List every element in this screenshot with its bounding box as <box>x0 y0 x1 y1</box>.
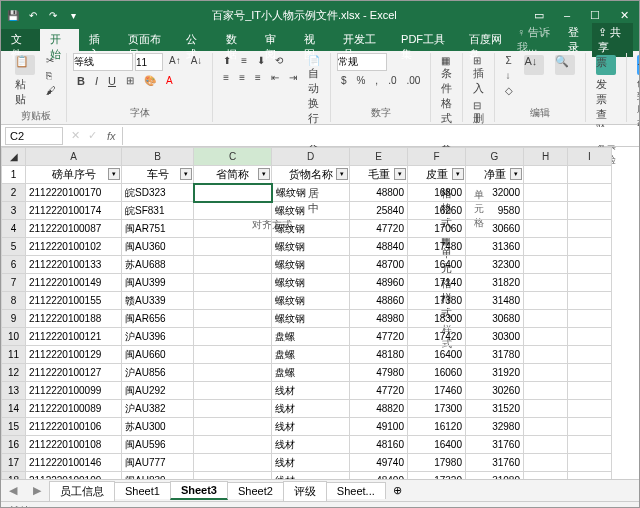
row-header[interactable]: 9 <box>2 310 26 328</box>
row-header[interactable]: 12 <box>2 364 26 382</box>
cell[interactable]: 闽AU360 <box>122 238 194 256</box>
find-select-button[interactable]: 🔍 <box>551 53 579 77</box>
cell[interactable] <box>524 274 568 292</box>
orientation-icon[interactable]: ⟲ <box>271 53 287 68</box>
cell[interactable] <box>568 310 612 328</box>
col-F[interactable]: F <box>408 148 466 166</box>
worksheet-grid[interactable]: ◢ABCDEFGHI 1磅单序号▾车号▾省简称▾货物名称▾毛重▾皮重▾净重▾ 2… <box>1 147 639 479</box>
cell[interactable]: 31360 <box>466 238 524 256</box>
cell[interactable]: 2112220100174 <box>26 202 122 220</box>
cell[interactable]: 16060 <box>408 364 466 382</box>
cell[interactable] <box>194 184 272 202</box>
cell[interactable] <box>568 292 612 310</box>
cell[interactable] <box>524 346 568 364</box>
cell[interactable] <box>194 418 272 436</box>
cell[interactable]: 30660 <box>466 220 524 238</box>
tellme[interactable]: ♀ 告诉我... <box>517 25 562 55</box>
cell[interactable]: 盘螺 <box>272 328 350 346</box>
cell[interactable]: 货物名称▾ <box>272 166 350 184</box>
cell[interactable] <box>568 400 612 418</box>
tab-formulas[interactable]: 公式 <box>176 29 215 51</box>
cell[interactable]: 2112220100155 <box>26 292 122 310</box>
sheet-tab[interactable]: 员工信息 <box>49 481 115 501</box>
paste-button[interactable]: 📋粘贴 <box>11 53 39 109</box>
cell[interactable]: 18300 <box>408 310 466 328</box>
cell[interactable]: 48400 <box>350 472 408 480</box>
italic-button[interactable]: I <box>91 73 102 89</box>
cell[interactable] <box>524 166 568 184</box>
cell[interactable] <box>194 472 272 480</box>
cell[interactable]: 2112220100099 <box>26 382 122 400</box>
cell[interactable]: 16400 <box>408 436 466 454</box>
cell[interactable]: 苏AU300 <box>122 418 194 436</box>
cell[interactable] <box>524 328 568 346</box>
cell[interactable] <box>568 184 612 202</box>
redo-icon[interactable]: ↷ <box>45 7 61 23</box>
cell[interactable] <box>568 328 612 346</box>
cell[interactable] <box>568 346 612 364</box>
cell[interactable]: 17980 <box>408 454 466 472</box>
row-header[interactable]: 18 <box>2 472 26 480</box>
cell[interactable] <box>194 256 272 274</box>
cell[interactable] <box>524 256 568 274</box>
cell[interactable]: 16260 <box>408 202 466 220</box>
currency-icon[interactable]: $ <box>337 73 351 88</box>
number-format-select[interactable] <box>337 53 387 71</box>
row-header[interactable]: 10 <box>2 328 26 346</box>
cell[interactable] <box>524 364 568 382</box>
filter-icon[interactable]: ▾ <box>394 168 406 180</box>
ribbon-options-icon[interactable]: ▭ <box>528 7 550 24</box>
cell[interactable]: 31520 <box>466 400 524 418</box>
row-header[interactable]: 8 <box>2 292 26 310</box>
cell[interactable]: 2112220100129 <box>26 346 122 364</box>
maximize-icon[interactable]: ☐ <box>584 7 606 24</box>
cell[interactable]: 闽AU839 <box>122 472 194 480</box>
cell[interactable]: 螺纹钢 <box>272 184 350 202</box>
cell[interactable]: 沪AU382 <box>122 400 194 418</box>
cell[interactable]: 31760 <box>466 454 524 472</box>
cell[interactable]: 螺纹钢 <box>272 238 350 256</box>
cell[interactable]: 螺纹钢 <box>272 256 350 274</box>
cell[interactable] <box>524 382 568 400</box>
cell[interactable] <box>524 400 568 418</box>
filter-icon[interactable]: ▾ <box>180 168 192 180</box>
tab-home[interactable]: 开始 <box>40 29 79 51</box>
cell[interactable]: 2112220100108 <box>26 436 122 454</box>
col-H[interactable]: H <box>524 148 568 166</box>
cell[interactable]: 48160 <box>350 436 408 454</box>
cell[interactable]: 磅单序号▾ <box>26 166 122 184</box>
percent-icon[interactable]: % <box>352 73 369 88</box>
cell[interactable]: 闽AU399 <box>122 274 194 292</box>
row-header[interactable]: 14 <box>2 400 26 418</box>
cell[interactable]: 48840 <box>350 238 408 256</box>
cell[interactable]: 30300 <box>466 328 524 346</box>
cell[interactable]: 31780 <box>466 346 524 364</box>
cell[interactable]: 2112220100089 <box>26 400 122 418</box>
cell[interactable] <box>568 238 612 256</box>
cancel-formula-icon[interactable]: ✕ <box>67 129 84 142</box>
comma-icon[interactable]: , <box>371 73 382 88</box>
tab-data[interactable]: 数据 <box>216 29 255 51</box>
indent-inc-icon[interactable]: ⇥ <box>285 70 301 85</box>
save-icon[interactable]: 💾 <box>5 7 21 23</box>
cell[interactable]: 赣AU339 <box>122 292 194 310</box>
cell[interactable]: 皖SF831 <box>122 202 194 220</box>
cell[interactable] <box>568 436 612 454</box>
qat-dropdown-icon[interactable]: ▾ <box>65 7 81 23</box>
underline-button[interactable]: U <box>104 73 120 89</box>
cell[interactable]: 48700 <box>350 256 408 274</box>
cell[interactable] <box>194 454 272 472</box>
row-header[interactable]: 16 <box>2 436 26 454</box>
fill-color-icon[interactable]: 🎨 <box>140 73 160 89</box>
cell[interactable]: 31920 <box>466 364 524 382</box>
cell[interactable]: 17140 <box>408 274 466 292</box>
cell[interactable]: 25840 <box>350 202 408 220</box>
font-color-icon[interactable]: A <box>162 73 177 89</box>
cell[interactable] <box>194 238 272 256</box>
cell[interactable]: 48980 <box>350 310 408 328</box>
align-mid-icon[interactable]: ≡ <box>237 53 251 68</box>
cell[interactable]: 车号▾ <box>122 166 194 184</box>
cell[interactable]: 省简称▾ <box>194 166 272 184</box>
cell[interactable] <box>568 472 612 480</box>
inc-decimal-icon[interactable]: .0 <box>384 73 400 88</box>
